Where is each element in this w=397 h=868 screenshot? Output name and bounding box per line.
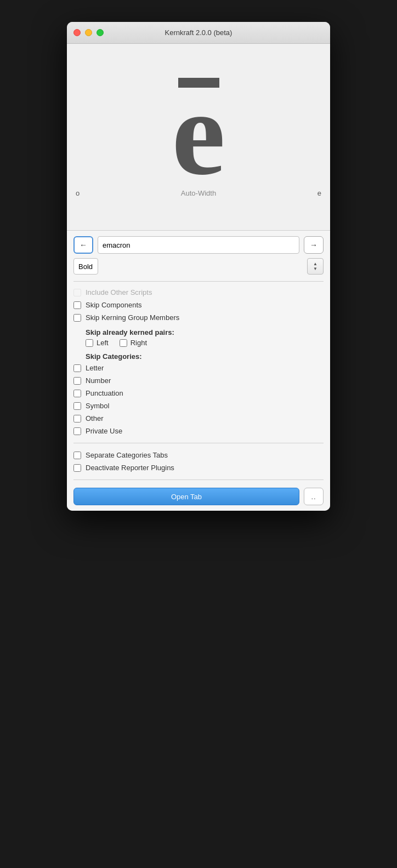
skip-kerned-options: Left Right xyxy=(73,339,324,347)
number-label: Number xyxy=(86,376,111,385)
stepper-up-icon: ▲ xyxy=(313,262,317,266)
dots-button[interactable]: .. xyxy=(304,488,324,505)
number-checkbox[interactable] xyxy=(73,377,81,385)
letter-checkbox[interactable] xyxy=(73,364,81,372)
include-other-scripts-row: Include Other Scripts xyxy=(73,286,324,299)
separator-1 xyxy=(73,281,324,282)
open-tab-button[interactable]: Open Tab xyxy=(73,488,299,505)
bottom-row: Open Tab .. xyxy=(73,486,324,505)
symbol-row: Symbol xyxy=(73,399,324,412)
include-other-scripts-checkbox[interactable] xyxy=(73,289,81,296)
app-window: Kernkraft 2.0.0 (beta) e o Auto-Width e … xyxy=(67,22,330,511)
other-row: Other xyxy=(73,412,324,425)
right-char-label: e xyxy=(317,189,321,197)
punctuation-label: Punctuation xyxy=(86,389,123,397)
controls-area: ← → Bold ▲ ▼ Include Other Scripts xyxy=(67,230,330,511)
skip-kerning-group-members-row: Skip Kerning Group Members xyxy=(73,311,324,324)
other-label: Other xyxy=(86,414,104,422)
skip-components-label: Skip Components xyxy=(86,301,142,309)
separator-2 xyxy=(73,443,324,443)
titlebar: Kernkraft 2.0.0 (beta) xyxy=(67,22,330,44)
separate-categories-tabs-label: Separate Categories Tabs xyxy=(86,451,168,459)
left-checkbox[interactable] xyxy=(86,339,93,347)
font-select[interactable]: Bold xyxy=(73,258,98,275)
glyph-display: e xyxy=(172,78,225,185)
traffic-lights xyxy=(73,29,104,36)
minimize-button[interactable] xyxy=(85,29,92,36)
glyph-letter: e xyxy=(172,82,225,185)
skip-components-checkbox[interactable] xyxy=(73,301,81,309)
left-label: Left xyxy=(97,339,109,347)
skip-categories-label: Skip Categories: xyxy=(73,349,324,362)
punctuation-row: Punctuation xyxy=(73,387,324,399)
right-option: Right xyxy=(120,339,147,347)
number-row: Number xyxy=(73,374,324,387)
font-stepper[interactable]: ▲ ▼ xyxy=(307,258,324,275)
symbol-checkbox[interactable] xyxy=(73,402,81,410)
separate-categories-tabs-checkbox[interactable] xyxy=(73,452,81,459)
letter-row: Letter xyxy=(73,362,324,374)
skip-kerned-label: Skip already kerned pairs: xyxy=(73,326,324,339)
separate-categories-tabs-row: Separate Categories Tabs xyxy=(73,449,324,461)
other-checkbox[interactable] xyxy=(73,415,81,422)
close-button[interactable] xyxy=(73,29,81,36)
letter-label: Letter xyxy=(86,364,104,372)
stepper-down-icon: ▼ xyxy=(313,267,317,271)
private-use-checkbox[interactable] xyxy=(73,427,81,435)
prev-button[interactable]: ← xyxy=(73,236,93,254)
font-select-row: Bold ▲ ▼ xyxy=(73,258,324,275)
punctuation-checkbox[interactable] xyxy=(73,390,81,397)
symbol-label: Symbol xyxy=(86,402,109,410)
skip-components-row: Skip Components xyxy=(73,299,324,311)
left-char-label: o xyxy=(76,189,80,197)
separator-3 xyxy=(73,479,324,480)
window-title: Kernkraft 2.0.0 (beta) xyxy=(165,28,232,37)
deactivate-reporter-plugins-label: Deactivate Reporter Plugins xyxy=(86,464,174,472)
deactivate-reporter-plugins-row: Deactivate Reporter Plugins xyxy=(73,461,324,474)
glyph-input[interactable] xyxy=(98,236,299,254)
deactivate-reporter-plugins-checkbox[interactable] xyxy=(73,464,81,472)
maximize-button[interactable] xyxy=(97,29,104,36)
font-select-wrapper: Bold xyxy=(73,258,305,275)
macron-bar xyxy=(178,78,219,88)
glyph-preview-area: e o Auto-Width e xyxy=(67,44,330,230)
skip-kerning-group-members-checkbox[interactable] xyxy=(73,314,81,322)
skip-kerning-group-members-label: Skip Kerning Group Members xyxy=(86,313,179,322)
private-use-label: Private Use xyxy=(86,427,122,435)
next-button[interactable]: → xyxy=(304,236,324,254)
skip-kerned-section: Skip already kerned pairs: Left Right xyxy=(73,324,324,349)
left-option: Left xyxy=(86,339,109,347)
nav-row: ← → xyxy=(73,236,324,254)
private-use-row: Private Use xyxy=(73,425,324,437)
right-checkbox[interactable] xyxy=(120,339,127,347)
include-other-scripts-label: Include Other Scripts xyxy=(86,288,152,296)
right-label: Right xyxy=(131,339,147,347)
